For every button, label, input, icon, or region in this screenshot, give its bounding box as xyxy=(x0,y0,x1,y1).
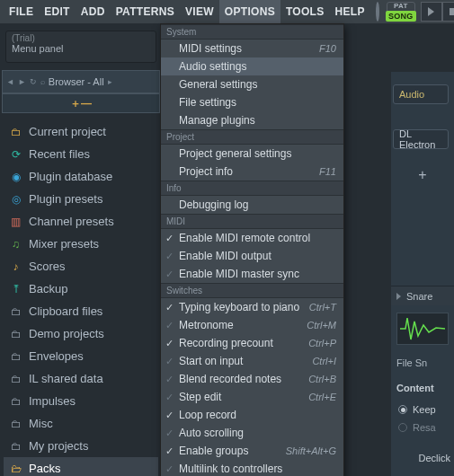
plug-icon: ◉ xyxy=(9,171,22,182)
menu-general-settings[interactable]: General settings xyxy=(161,75,343,93)
pat-label: PAT xyxy=(394,2,408,10)
menu-manage-plugins[interactable]: Manage plugins xyxy=(161,111,343,129)
browser-header[interactable]: ◄ ► ↻ ⌕ Browser - All ▸ xyxy=(2,70,160,93)
menu-enable-groups[interactable]: ✓Enable groupsShift+Alt+G xyxy=(161,442,343,460)
waveform-preview[interactable] xyxy=(396,313,449,345)
node-label: IL shared data xyxy=(29,372,103,385)
browser-back-icon[interactable]: ◄ xyxy=(6,77,14,86)
node-current-project[interactable]: 🗀Current project xyxy=(4,120,158,143)
menu-item-label: General settings xyxy=(179,78,257,91)
play-icon xyxy=(428,7,434,16)
menu-item-label: Enable MIDI remote control xyxy=(179,232,310,244)
menu-step-edit[interactable]: ✓Step editCtrl+E xyxy=(161,388,343,406)
radio-resample[interactable]: Resa xyxy=(398,422,436,433)
check-icon: ✓ xyxy=(165,269,174,280)
node-mixer-presets[interactable]: ♫Mixer presets xyxy=(4,233,158,255)
check-icon: ✓ xyxy=(165,356,174,367)
menu-patterns[interactable]: PATTERNS xyxy=(111,0,180,23)
browser-search-icon[interactable]: ⌕ xyxy=(40,77,45,86)
main-volume-knob[interactable] xyxy=(376,2,379,22)
menu-start-on-input[interactable]: ✓Start on inputCtrl+I xyxy=(161,352,343,370)
node-label: Packs xyxy=(29,462,60,475)
dropdown-section-project: Project xyxy=(161,129,343,145)
node-plugin-presets[interactable]: ◎Plugin presets xyxy=(4,188,158,210)
menu-file-settings[interactable]: File settings xyxy=(161,93,343,111)
menu-enable-midi-remote[interactable]: ✓Enable MIDI remote control xyxy=(161,229,343,247)
menu-debugging-log[interactable]: Debugging log xyxy=(161,196,343,214)
main-menu-bar: FILE EDIT ADD PATTERNS VIEW OPTIONS TOOL… xyxy=(0,0,454,23)
clock-icon: ⟳ xyxy=(9,148,22,160)
node-scores[interactable]: ♪Scores xyxy=(4,255,158,278)
dropdown-section-system: System xyxy=(161,24,343,40)
node-my-projects[interactable]: 🗀My projects xyxy=(4,435,158,457)
browser-collapse-handle[interactable]: ＋— xyxy=(2,93,160,113)
menu-item-label: Project general settings xyxy=(179,147,291,160)
node-misc[interactable]: 🗀Misc xyxy=(4,412,158,435)
snare-header[interactable]: Snare xyxy=(391,286,454,305)
node-channel-presets[interactable]: ▥Channel presets xyxy=(4,210,158,233)
menu-item-label: Metronome xyxy=(179,319,234,331)
menu-loop-record[interactable]: ✓Loop record xyxy=(161,406,343,424)
node-envelopes[interactable]: 🗀Envelopes xyxy=(4,345,158,367)
menu-file[interactable]: FILE xyxy=(4,0,39,23)
node-packs[interactable]: 🗁Packs xyxy=(4,457,158,476)
menu-midi-settings[interactable]: MIDI settingsF10 xyxy=(161,40,343,57)
snare-label: Snare xyxy=(406,291,432,302)
check-icon: ✓ xyxy=(165,463,174,475)
channel-icon: ▥ xyxy=(9,216,22,227)
browser-expand-icon[interactable]: ▸ xyxy=(108,77,112,86)
menu-item-shortcut: Ctrl+T xyxy=(309,302,336,313)
browser-reload-icon[interactable]: ↻ xyxy=(30,77,37,86)
pattern-song-toggle[interactable]: PAT SONG xyxy=(387,2,415,22)
node-label: Mixer presets xyxy=(29,237,99,251)
menu-typing-keyboard-piano[interactable]: ✓Typing keyboard to pianoCtrl+T xyxy=(161,298,343,316)
play-button[interactable] xyxy=(421,2,442,22)
node-label: Current project xyxy=(29,125,106,138)
node-label: Scores xyxy=(29,260,65,273)
menu-auto-scrolling[interactable]: ✓Auto scrolling xyxy=(161,424,343,442)
folder-icon: 🗀 xyxy=(9,418,22,429)
song-label: SONG xyxy=(386,11,416,22)
menu-view[interactable]: VIEW xyxy=(180,0,219,23)
radio-keep-on-disk[interactable]: Keep xyxy=(398,404,436,415)
browser-tree: 🗀Current project ⟳Recent files ◉Plugin d… xyxy=(2,119,160,476)
node-clipboard-files[interactable]: 🗀Clipboard files xyxy=(4,300,158,322)
menu-enable-midi-master-sync[interactable]: ✓Enable MIDI master sync xyxy=(161,265,343,283)
menu-metronome[interactable]: ✓MetronomeCtrl+M xyxy=(161,316,343,334)
menu-help[interactable]: HELP xyxy=(330,0,370,23)
node-demo-projects[interactable]: 🗀Demo projects xyxy=(4,322,158,345)
menu-edit[interactable]: EDIT xyxy=(39,0,76,23)
check-icon: ✓ xyxy=(165,374,174,385)
dl-electron-button[interactable]: DL Electron xyxy=(393,129,449,149)
menu-audio-settings[interactable]: Audio settings xyxy=(161,57,343,75)
menu-options[interactable]: OPTIONS xyxy=(219,0,280,23)
audio-dropdown[interactable]: Audio xyxy=(393,84,449,104)
node-impulses[interactable]: 🗀Impulses xyxy=(4,390,158,412)
node-backup[interactable]: ⤒Backup xyxy=(4,278,158,300)
browser-fwd-icon[interactable]: ► xyxy=(18,77,26,86)
node-label: Plugin presets xyxy=(29,192,102,206)
node-label: Misc xyxy=(29,417,53,430)
node-label: My projects xyxy=(29,439,88,453)
menu-blend-recorded-notes[interactable]: ✓Blend recorded notesCtrl+B xyxy=(161,370,343,388)
node-recent-files[interactable]: ⟳Recent files xyxy=(4,143,158,165)
check-icon: ✓ xyxy=(165,428,174,439)
hint-line1: (Trial) xyxy=(12,33,150,43)
menu-multilink-controllers[interactable]: ✓Multilink to controllers xyxy=(161,460,343,476)
node-plugin-database[interactable]: ◉Plugin database xyxy=(4,165,158,188)
menu-item-label: Enable MIDI output xyxy=(179,250,272,262)
clipboard-icon: 🗀 xyxy=(9,305,22,317)
menu-project-info[interactable]: Project infoF11 xyxy=(161,163,343,181)
expand-icon xyxy=(396,293,401,300)
add-channel-button[interactable]: + xyxy=(391,162,454,189)
menu-item-label: Enable groups xyxy=(179,445,248,457)
stop-button[interactable] xyxy=(442,2,454,22)
menu-item-label: MIDI settings xyxy=(179,42,242,55)
menu-enable-midi-output[interactable]: ✓Enable MIDI output xyxy=(161,247,343,265)
menu-project-general-settings[interactable]: Project general settings xyxy=(161,145,343,163)
menu-add[interactable]: ADD xyxy=(76,0,111,23)
node-il-shared-data[interactable]: 🗀IL shared data xyxy=(4,367,158,390)
menu-recording-precount[interactable]: ✓Recording precountCtrl+P xyxy=(161,334,343,352)
folder-icon: 🗀 xyxy=(9,373,22,384)
menu-tools[interactable]: TOOLS xyxy=(280,0,330,23)
